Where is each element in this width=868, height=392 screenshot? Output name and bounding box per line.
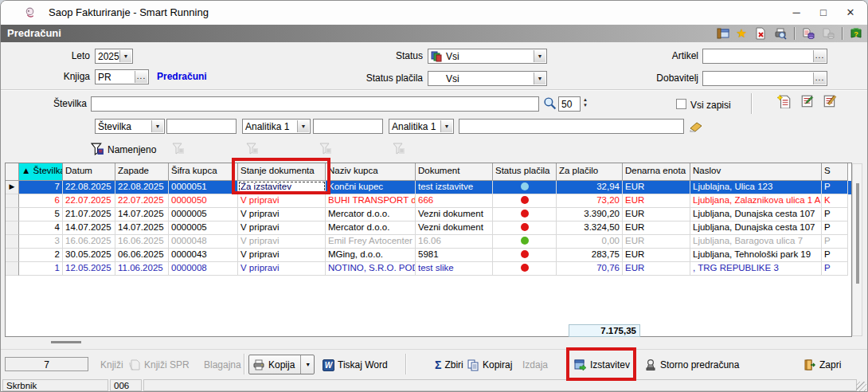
table-row[interactable]: 622.07.202522.07.20250000050V pripraviBU… — [6, 194, 851, 208]
grid-cell[interactable]: 16.06.2025 — [63, 235, 115, 249]
filter3-value-input[interactable] — [459, 119, 684, 134]
grid-cell[interactable]: EUR — [623, 181, 690, 194]
grid-cell[interactable]: 70,76 — [557, 262, 623, 276]
filter2-value-input[interactable] — [313, 119, 383, 134]
grid-cell[interactable]: MGing, d.o.o. — [326, 249, 416, 262]
grid-cell[interactable]: Emil Frey Avtocenter d — [326, 235, 416, 249]
grid-cell[interactable]: P — [822, 235, 848, 249]
grid-cell[interactable] — [493, 208, 557, 221]
column-header[interactable]: Denarna enota — [623, 163, 690, 181]
grid-cell[interactable]: EUR — [623, 221, 690, 235]
grid-cell[interactable] — [493, 221, 557, 235]
grid-cell[interactable]: P — [822, 221, 848, 235]
knjiga-link[interactable]: Predračuni — [157, 71, 252, 84]
grid-cell[interactable]: EUR — [623, 235, 690, 249]
artikel-input[interactable]: ... — [702, 49, 827, 64]
status-placila-select[interactable]: Vsi ▼ — [428, 71, 547, 86]
grid-cell[interactable]: 73,20 — [557, 194, 623, 208]
grid-cell[interactable]: 3.324,50 — [557, 221, 623, 235]
close-button[interactable]: ✕ — [837, 1, 864, 25]
column-header[interactable]: Zapade — [115, 163, 169, 181]
grid-cell[interactable] — [493, 194, 557, 208]
grid-cell[interactable]: 0000050 — [169, 194, 238, 208]
print-preview-icon[interactable] — [774, 27, 787, 40]
page-size-spinner[interactable]: ▲ ▼ — [583, 97, 588, 108]
grid-cell[interactable]: Ljubljana, Tehnološki park 19 — [690, 249, 822, 262]
chevron-down-icon[interactable]: ▼ — [297, 120, 309, 132]
table-row[interactable]: 521.07.202514.07.20250000005V pripraviMe… — [6, 208, 851, 221]
chevron-down-icon[interactable]: ▼ — [534, 73, 545, 84]
grid-cell[interactable]: 11.06.2025 — [115, 262, 169, 276]
grid-cell[interactable]: 0000005 — [169, 208, 238, 221]
grid-cell[interactable]: EUR — [623, 249, 690, 262]
row-selector[interactable] — [6, 208, 19, 221]
grid-cell[interactable]: Ljubljana, Zalaznikova ulica 1 A — [690, 194, 822, 208]
filter-funnel-icon[interactable] — [393, 142, 405, 155]
grid-cell[interactable]: P — [822, 249, 848, 262]
grid-cell[interactable]: V pripravi — [238, 262, 326, 276]
kopija-dropdown-arrow[interactable]: ▼ — [300, 355, 311, 374]
grid-cell[interactable]: V pripravi — [238, 221, 326, 235]
grid-cell[interactable]: Ljubljana, Baragova ulica 7 — [690, 235, 822, 249]
grid-cell[interactable]: test slike — [416, 262, 493, 276]
column-header[interactable]: ▲ Številka — [19, 163, 63, 181]
grid-cell[interactable]: 16.06 — [416, 235, 493, 249]
grid-cell[interactable]: Vezni dokument — [416, 221, 493, 235]
grid-cell[interactable]: V pripravi — [238, 194, 326, 208]
grid-horizontal-scrollbar[interactable] — [51, 341, 81, 343]
grid-cell[interactable]: V pripravi — [238, 208, 326, 221]
storno-button[interactable]: Storno predračuna — [644, 357, 739, 373]
grid-vertical-scrollbar[interactable] — [852, 163, 862, 336]
table-row[interactable]: 414.07.202514.07.20250000005V pripraviMe… — [6, 221, 851, 235]
delete-record-icon[interactable] — [823, 94, 837, 108]
grid-cell[interactable]: V pripravi — [238, 249, 326, 262]
grid-cell[interactable]: 666 — [416, 194, 493, 208]
grid-cell[interactable]: 14.07.2025 — [115, 221, 169, 235]
grid-cell[interactable]: 2 — [19, 249, 63, 262]
grid-cell[interactable]: K — [822, 194, 848, 208]
kopiraj-button[interactable]: Kopiraj — [467, 357, 512, 373]
spin-up-icon[interactable]: ▲ — [583, 97, 588, 103]
minimize-button[interactable]: ─ — [783, 1, 810, 25]
grid-cell[interactable]: 16.06.2025 — [115, 235, 169, 249]
grid-cell[interactable]: 1 — [19, 262, 63, 276]
grid-cell[interactable]: 12.05.2025 — [63, 262, 115, 276]
grid-cell[interactable]: EUR — [623, 194, 690, 208]
grid-cell[interactable]: 21.07.2025 — [63, 208, 115, 221]
column-header[interactable]: Za plačilo — [557, 163, 623, 181]
grid-cell[interactable]: P — [822, 262, 848, 276]
resize-grip[interactable] — [856, 382, 866, 392]
column-header[interactable]: S — [822, 163, 848, 181]
grid-cell[interactable]: P — [822, 208, 848, 221]
grid-cell[interactable]: 30.05.2025 — [63, 249, 115, 262]
column-header[interactable]: Stanje dokumenta — [238, 163, 326, 181]
grid-cell[interactable]: 0000008 — [169, 262, 238, 276]
active-filter-funnel-icon[interactable] — [91, 142, 104, 155]
grid-cell[interactable]: 283,75 — [557, 249, 623, 262]
grid-cell[interactable] — [493, 249, 557, 262]
grid-cell[interactable]: 7 — [19, 181, 63, 194]
grid-cell[interactable]: Mercator d.o.o. — [326, 208, 416, 221]
grid-cell[interactable]: EUR — [623, 208, 690, 221]
scrollbar-thumb[interactable] — [856, 183, 859, 284]
leto-select[interactable]: 2025 ▼ — [95, 49, 133, 64]
grid-cell[interactable]: 0,00 — [557, 235, 623, 249]
kopija-button[interactable]: Kopija ▼ — [248, 355, 315, 374]
chevron-down-icon[interactable]: ▼ — [119, 50, 131, 62]
grid-cell[interactable]: 6 — [19, 194, 63, 208]
grid-cell[interactable]: EUR — [623, 262, 690, 276]
grid-cell[interactable]: Vezni dokument — [416, 208, 493, 221]
status-select[interactable]: Vsi ▼ — [428, 49, 547, 64]
grid-cell[interactable]: 0000043 — [169, 249, 238, 262]
knjiga-lookup-button[interactable]: ... — [135, 71, 147, 83]
help-icon[interactable]: ? — [850, 27, 862, 40]
grid-cell[interactable]: 22.07.2025 — [63, 194, 115, 208]
page-size-input[interactable]: 50 — [558, 96, 581, 112]
row-selector[interactable] — [6, 249, 19, 262]
export-data-icon[interactable] — [802, 27, 815, 40]
row-selector[interactable]: ▶ — [6, 181, 19, 194]
grid-cell[interactable]: 22.08.2025 — [115, 181, 169, 194]
grid-cell[interactable]: 3 — [19, 235, 63, 249]
table-row[interactable]: ▶722.08.202522.08.20250000051Za izstavit… — [6, 181, 851, 194]
dobavitelj-input[interactable]: ... — [702, 71, 827, 86]
